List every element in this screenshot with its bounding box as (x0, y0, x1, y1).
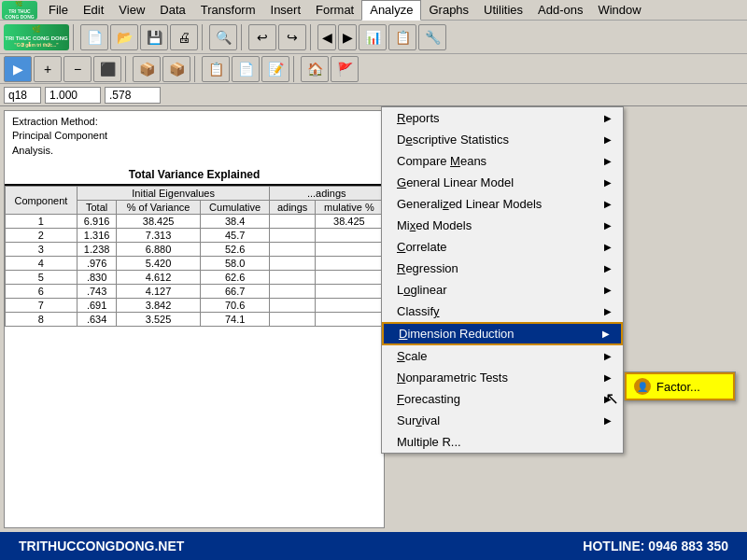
menu-transform[interactable]: Transform (193, 0, 263, 21)
menu-reports[interactable]: Reports ▶ (382, 107, 623, 129)
menu-data[interactable]: Data (152, 0, 192, 21)
menu-factor[interactable]: 👤 Factor... (625, 372, 735, 400)
btn-new[interactable]: 📄 (80, 24, 108, 50)
factor-label: Factor... (656, 380, 700, 394)
data-panel: Extraction Method: Principal Component A… (4, 110, 385, 528)
extraction-note: Extraction Method: Principal Component A… (5, 111, 384, 161)
cell-mulative (315, 285, 383, 299)
btn-redo[interactable]: ↪ (278, 24, 306, 50)
sub-dropdown-dimension: 👤 Factor... (624, 371, 736, 401)
btn-t2-6[interactable]: 📦 (162, 56, 190, 82)
cell-adings (270, 299, 315, 313)
menu-loglinear[interactable]: Loglinear ▶ (382, 279, 623, 301)
menu-survival[interactable]: Survival ▶ (382, 410, 623, 431)
menu-classify[interactable]: Classify ▶ (382, 301, 623, 322)
mixed-arrow: ▶ (604, 220, 612, 231)
btn-print[interactable]: 🖨 (170, 24, 198, 50)
btn-undo[interactable]: ↩ (248, 24, 276, 50)
sep-t2-3 (293, 56, 297, 82)
btn-t2-1[interactable]: ▶ (4, 56, 32, 82)
btn-t2-10[interactable]: 🏠 (301, 56, 329, 82)
survival-arrow: ▶ (604, 415, 612, 426)
sep-3 (241, 24, 245, 50)
footer-right: HOTLINE: 0946 883 350 (583, 539, 728, 553)
table-row: 8 .634 3.525 74.1 (6, 313, 384, 327)
menubar: 🌿 TRI THUC CONG DONG File Edit View Data… (0, 0, 747, 21)
btn-nav2[interactable]: ▶ (338, 24, 357, 50)
cell-comp: 8 (6, 313, 78, 327)
gen-linear-arrow: ▶ (604, 199, 612, 209)
menu-mixed-models[interactable]: Mixed Models ▶ (382, 215, 623, 236)
menu-correlate[interactable]: Correlate ▶ (382, 236, 623, 258)
var-name-field[interactable] (4, 87, 41, 104)
cell-adings (270, 215, 315, 229)
menu-compare-means[interactable]: Compare Means ▶ (382, 150, 623, 172)
col-adings: adings (270, 201, 315, 215)
var-val1-field[interactable] (45, 87, 101, 104)
btn-tool1[interactable]: 📊 (359, 24, 387, 50)
cell-cum: 58.0 (200, 257, 270, 271)
cell-pct: 38.425 (117, 215, 200, 229)
btn-tool3[interactable]: 🔧 (418, 24, 446, 50)
btn-t2-3[interactable]: − (63, 56, 92, 82)
menu-regression[interactable]: Regression ▶ (382, 258, 623, 279)
general-linear-arrow: ▶ (604, 177, 612, 188)
menu-insert[interactable]: Insert (263, 0, 309, 21)
cell-mulative: 38.425 (315, 215, 383, 229)
menu-nonparametric[interactable]: Nonparametric Tests ▶ (382, 367, 623, 388)
cell-comp: 1 (6, 215, 78, 229)
var-val2-field[interactable] (105, 87, 161, 104)
menu-generalized-linear[interactable]: Generalized Linear Models ▶ (382, 193, 623, 215)
cell-total: .634 (77, 313, 117, 327)
cell-comp: 7 (6, 299, 78, 313)
table-title: Total Variance Explained (5, 165, 384, 186)
cell-pct: 3.525 (117, 313, 200, 327)
cell-total: .743 (77, 285, 117, 299)
col-pct-variance: % of Variance (117, 201, 200, 215)
btn-t2-11[interactable]: 🚩 (331, 56, 359, 82)
cell-cum: 70.6 (200, 299, 270, 313)
btn-nav1[interactable]: ◀ (317, 24, 336, 50)
btn-t2-4[interactable]: ⬛ (93, 56, 121, 82)
menu-utilities[interactable]: Utilities (476, 0, 530, 21)
menu-format[interactable]: Format (308, 0, 361, 21)
menu-view[interactable]: View (111, 0, 152, 21)
menu-general-linear[interactable]: General Linear Model ▶ (382, 172, 623, 193)
menu-analyze[interactable]: Analyze (361, 0, 421, 21)
btn-open[interactable]: 📂 (110, 24, 138, 50)
btn-t2-9[interactable]: 📝 (261, 56, 289, 82)
sep-t2-1 (125, 56, 129, 82)
cell-mulative (315, 243, 383, 257)
app-logo: 🌿 TRI THUC CONG DONG (2, 1, 37, 20)
btn-t2-5[interactable]: 📦 (133, 56, 161, 82)
btn-save[interactable]: 💾 (140, 24, 168, 50)
logo-box: 🌿 TRI THUC CONG DONG "Gữi gắm tri thức..… (4, 24, 69, 50)
toolbar-1: 🌿 TRI THUC CONG DONG "Gữi gắm tri thức..… (0, 21, 747, 54)
table-row: 2 1.316 7.313 45.7 (6, 229, 384, 243)
correlate-arrow: ▶ (604, 242, 612, 252)
menu-multiple-r[interactable]: Multiple R... (382, 431, 623, 453)
cell-total: 1.238 (77, 243, 117, 257)
menu-window[interactable]: Window (590, 0, 648, 21)
menu-graphs[interactable]: Graphs (421, 0, 476, 21)
btn-tool2[interactable]: 📋 (388, 24, 416, 50)
btn-t2-7[interactable]: 📋 (202, 56, 230, 82)
btn-t2-2[interactable]: + (34, 56, 62, 82)
cell-pct: 6.880 (117, 243, 200, 257)
menu-scale[interactable]: Scale ▶ (382, 345, 623, 367)
cell-comp: 5 (6, 271, 78, 285)
btn-t2-8[interactable]: 📄 (232, 56, 260, 82)
cell-total: 6.916 (77, 215, 117, 229)
menu-addons[interactable]: Add-ons (530, 0, 590, 21)
menu-file[interactable]: File (41, 0, 76, 21)
menu-dimension-reduction[interactable]: Dimension Reduction ▶ (382, 322, 623, 345)
menu-descriptive[interactable]: Descriptive Statistics ▶ (382, 129, 623, 150)
toolbar-2: ▶ + − ⬛ 📦 📦 📋 📄 📝 🏠 🚩 (0, 54, 747, 84)
menu-edit[interactable]: Edit (76, 0, 111, 21)
sep-1 (73, 24, 77, 50)
btn-search[interactable]: 🔍 (209, 24, 237, 50)
menu-forecasting[interactable]: Forecasting ▶ (382, 388, 623, 410)
table-section: Total Variance Explained Component Initi… (5, 165, 384, 327)
cell-adings (270, 229, 315, 243)
cell-adings (270, 243, 315, 257)
